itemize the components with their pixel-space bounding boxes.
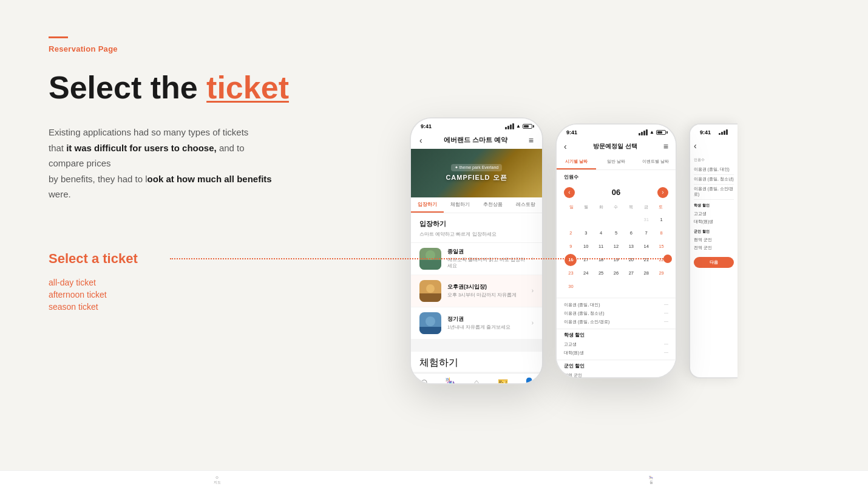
list-item-season[interactable]: 정기권 1년내내 자유롭게 즐겨보세요 ›: [411, 307, 542, 340]
bottom-nav-wait[interactable]: 🎠 둘서기: [437, 377, 463, 385]
tab-item-products[interactable]: 추천상품: [476, 197, 509, 213]
cal-empty-5: [625, 214, 637, 226]
cal-day-5[interactable]: 5: [610, 227, 622, 239]
cal-day-11[interactable]: 11: [595, 241, 607, 253]
tab-item-admission[interactable]: 입장하기: [411, 197, 444, 213]
p3-content: 인원수 이용권 (종일, 대인) 이용권 (종일, 청소년) 이용권 (종일, …: [690, 154, 737, 275]
cal-day-15[interactable]: 15: [656, 241, 668, 253]
cal-day-1[interactable]: 1: [656, 214, 668, 226]
military-discount-section: 군인 할인 현역 군인— 전역 군인—: [557, 360, 676, 378]
hero-badge: ✦ theme park Everland: [451, 164, 503, 171]
cal-day-13[interactable]: 13: [625, 241, 637, 253]
tab-item-experience[interactable]: 체험하기: [444, 197, 476, 213]
student-discount-section: 학생 할인 고교생— 대학(원)생—: [557, 329, 676, 360]
list-desc-season: 1년내내 자유롭게 즐겨보세요: [447, 324, 526, 331]
bottom-nav-my[interactable]: 👤 MY: [516, 377, 542, 385]
menu-icon-1[interactable]: ≡: [529, 135, 534, 145]
date-tab-period[interactable]: 시기별 날짜: [557, 155, 596, 169]
ticket-item-3[interactable]: season ticket: [49, 302, 303, 312]
cal-day-28[interactable]: 28: [640, 267, 653, 279]
cal-day-10[interactable]: 10: [580, 241, 592, 253]
phone2-title: 방문예정일 선택: [593, 142, 637, 151]
p3-row-2: 이용권 (종일, 청소년): [694, 175, 734, 185]
headline-highlight: ticket: [206, 70, 289, 105]
back-button-2[interactable]: ‹: [564, 142, 567, 151]
phone-mockup-2: 9:41 ▲ ‹ 방문예정일 선택: [555, 123, 677, 378]
cal-day-27[interactable]: 27: [625, 267, 637, 279]
day-wed: 수: [609, 203, 624, 211]
cal-day-16-today[interactable]: 16: [565, 254, 577, 266]
p3-veteran: 전역 군인: [694, 244, 734, 252]
menu-icon-2[interactable]: ≡: [663, 142, 668, 151]
ticket-row-teen: 이용권 (종일, 청소년) —: [564, 309, 668, 318]
p3-military: 군인 할인: [694, 229, 734, 234]
cal-day-24[interactable]: 24: [580, 267, 592, 279]
back-icon-3[interactable]: ‹: [694, 141, 697, 151]
military-active: 현역 군인—: [564, 371, 668, 378]
ticket-item-2[interactable]: afternoon ticket: [49, 290, 303, 299]
ticket-list: all-day ticket afternoon ticket season t…: [49, 278, 303, 312]
arrow-season: ›: [532, 320, 534, 326]
cal-day-26[interactable]: 26: [610, 267, 622, 279]
tab-item-restaurant[interactable]: 레스토랑: [509, 197, 542, 213]
time-2: 9:41: [566, 129, 577, 135]
list-item-afternoon[interactable]: 오후권(3시입장) 오후 3시부터 마감까지 자유롭게 ›: [411, 275, 542, 307]
cal-day-19[interactable]: 19: [610, 254, 622, 266]
cal-day-14[interactable]: 14: [640, 241, 653, 253]
cal-day-4[interactable]: 4: [595, 227, 607, 239]
status-bar-1: 9:41 ▲: [411, 118, 542, 132]
cal-day-20[interactable]: 20: [625, 254, 637, 266]
phone-mockup-3: 9:41 ‹ 인원수 이용권 (종일, 대인) 이용권 (종일, 청: [689, 123, 737, 378]
time-3: 9:41: [700, 129, 711, 135]
cal-next-btn[interactable]: ›: [657, 187, 668, 198]
cal-day-6[interactable]: 6: [625, 227, 637, 239]
cal-day-9[interactable]: 9: [565, 241, 577, 253]
cal-day-18[interactable]: 18: [595, 254, 607, 266]
calendar-header: ‹ 06 ›: [564, 187, 668, 198]
cal-day-21[interactable]: 21: [640, 254, 653, 266]
date-tab-event[interactable]: 이벤트별 날짜: [636, 155, 676, 169]
cal-day-7[interactable]: 7: [640, 227, 653, 239]
cal-day-25[interactable]: 25: [595, 267, 607, 279]
bottom-nav-map[interactable]: ⊙ 지도: [411, 377, 437, 385]
p3-orange-btn[interactable]: 다음: [694, 257, 734, 268]
p3-subtitle: 인원수: [694, 157, 734, 163]
back-button-1[interactable]: ‹: [419, 135, 422, 145]
thumb-season: [419, 312, 441, 334]
people-label: 인원수: [557, 170, 676, 182]
student-college: 대학(원)생—: [564, 349, 668, 357]
cal-day-2[interactable]: 2: [565, 227, 577, 239]
cal-day-3[interactable]: 3: [580, 227, 592, 239]
connector-end-dot: [663, 255, 672, 263]
p3-high: 고교생: [694, 210, 734, 218]
phones-area: 9:41 ▲ ‹ 에버랜드 스마트 예약: [328, 36, 819, 453]
desc-bold: it was difficult for users to choose,: [66, 143, 217, 153]
date-tab-regular[interactable]: 일반 날짜: [596, 155, 636, 169]
ticket-section: Select a ticket all-day ticket afternoon…: [49, 251, 303, 312]
cal-empty-4: [610, 214, 622, 226]
phone-mockup-1: 9:41 ▲ ‹ 에버랜드 스마트 예약: [410, 117, 543, 385]
svg-rect-7: [419, 327, 441, 334]
ticket-row-child: 이용권 (종일, 소인/경로) —: [564, 318, 668, 326]
ticket-item-1[interactable]: all-day ticket: [49, 278, 303, 287]
cal-day-30[interactable]: 30: [565, 281, 577, 293]
bottom-nav-home[interactable]: ⌂ 홈: [463, 377, 489, 385]
svg-point-8: [426, 316, 435, 326]
description: Existing applications had so many types …: [49, 125, 279, 202]
cal-day-17[interactable]: 17: [580, 254, 592, 266]
time-1: 9:41: [421, 123, 432, 129]
cal-day-12[interactable]: 12: [610, 241, 622, 253]
bottom-nav-reservation[interactable]: 🎫 예매: [490, 377, 516, 385]
cal-empty-3: [595, 214, 607, 226]
cal-day-23[interactable]: 23: [565, 267, 577, 279]
svg-rect-1: [419, 260, 441, 270]
status-icons-3: [719, 129, 728, 135]
cal-prev-btn[interactable]: ‹: [564, 187, 575, 198]
exp-header: 체험하기: [411, 352, 542, 372]
day-tue: 화: [594, 203, 609, 211]
cal-day-29[interactable]: 29: [656, 267, 668, 279]
spacer-1: [411, 340, 542, 352]
cal-day-31[interactable]: 31: [640, 214, 653, 226]
cal-day-8[interactable]: 8: [656, 227, 668, 239]
dotted-connector-line: [170, 258, 668, 259]
